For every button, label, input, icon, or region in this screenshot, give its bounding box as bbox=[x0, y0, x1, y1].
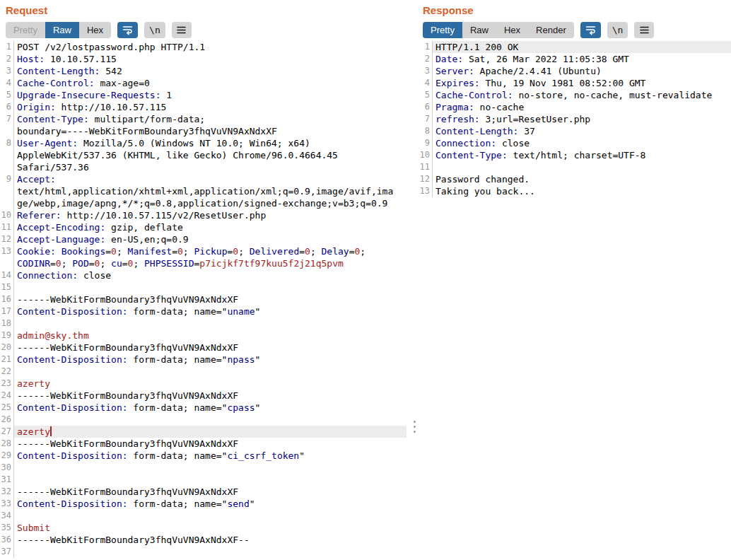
code-line[interactable]: 14Connection: close bbox=[0, 269, 407, 281]
word-wrap-toggle-button[interactable] bbox=[580, 22, 601, 38]
response-editor[interactable]: 1HTTP/1.1 200 OK2Date: Sat, 26 Mar 2022 … bbox=[417, 41, 731, 560]
code-line[interactable]: 32------WebKitFormBoundary3fhqVuVN9AxNdx… bbox=[0, 486, 407, 498]
line-number: 6 bbox=[417, 101, 433, 113]
line-number: 16 bbox=[0, 293, 14, 305]
line-number bbox=[0, 161, 14, 173]
editor-menu-button[interactable] bbox=[172, 22, 192, 38]
code-line[interactable]: ge/webp,image/apng,*/*;q=0.8,application… bbox=[0, 197, 407, 209]
line-text: Accept-Language: en-US,en;q=0.9 bbox=[14, 233, 407, 245]
code-line[interactable]: 29Content-Disposition: form-data; name="… bbox=[0, 450, 407, 462]
line-number: 8 bbox=[0, 137, 14, 149]
panel-splitter-handle[interactable] bbox=[412, 419, 417, 434]
code-line[interactable]: 35Submit bbox=[0, 522, 407, 534]
code-line[interactable]: 15 bbox=[0, 281, 407, 293]
code-line[interactable]: AppleWebKit/537.36 (KHTML, like Gecko) C… bbox=[0, 149, 407, 161]
code-line[interactable]: 2Host: 10.10.57.115 bbox=[0, 53, 407, 65]
code-line[interactable]: 4Expires: Thu, 19 Nov 1981 08:52:00 GMT bbox=[417, 77, 731, 89]
code-line[interactable]: 9Accept: bbox=[0, 173, 407, 185]
code-line[interactable]: 8User-Agent: Mozilla/5.0 (Windows NT 10.… bbox=[0, 137, 407, 149]
line-number: 2 bbox=[0, 53, 14, 65]
code-line[interactable]: 2Date: Sat, 26 Mar 2022 11:05:38 GMT bbox=[417, 53, 731, 65]
line-text: Accept-Encoding: gzip, deflate bbox=[14, 221, 407, 233]
code-line[interactable]: 4Cache-Control: max-age=0 bbox=[0, 77, 407, 89]
code-line[interactable]: 13Taking you back... bbox=[417, 185, 731, 197]
code-line[interactable]: 7Content-Type: multipart/form-data; bbox=[0, 113, 407, 125]
code-line[interactable]: 5Cache-Control: no-store, no-cache, must… bbox=[417, 89, 731, 101]
line-number: 9 bbox=[417, 137, 433, 149]
code-line[interactable]: 1HTTP/1.1 200 OK bbox=[417, 41, 731, 53]
view-tab-hex[interactable]: Hex bbox=[496, 22, 528, 38]
code-line[interactable]: 20------WebKitFormBoundary3fhqVuVN9AxNdx… bbox=[0, 342, 407, 354]
code-line[interactable]: 28------WebKitFormBoundary3fhqVuVN9AxNdx… bbox=[0, 438, 407, 450]
code-line[interactable]: 25Content-Disposition: form-data; name="… bbox=[0, 402, 407, 414]
code-line[interactable]: 23azerty bbox=[0, 378, 407, 390]
view-tab-hex[interactable]: Hex bbox=[79, 22, 111, 38]
code-line[interactable]: 1POST /v2/lostpassword.php HTTP/1.1 bbox=[0, 41, 407, 53]
code-line[interactable]: text/html,application/xhtml+xml,applicat… bbox=[0, 185, 407, 197]
code-line[interactable]: 30 bbox=[0, 462, 407, 474]
code-line[interactable]: boundary=----WebKitFormBoundary3fhqVuVN9… bbox=[0, 125, 407, 137]
line-text: Cookie: Bookings=0; Manifest=0; Pickup=0… bbox=[14, 245, 407, 257]
code-line[interactable]: 11Accept-Encoding: gzip, deflate bbox=[0, 221, 407, 233]
request-editor[interactable]: 1POST /v2/lostpassword.php HTTP/1.12Host… bbox=[0, 41, 407, 560]
code-line[interactable]: CODINR=0; POD=0; cu=0; PHPSESSID=p7icjkf… bbox=[0, 257, 407, 269]
line-text: ------WebKitFormBoundary3fhqVuVN9AxNdxXF bbox=[14, 390, 407, 402]
code-line[interactable]: 37 bbox=[0, 546, 407, 558]
line-text: ------WebKitFormBoundary3fhqVuVN9AxNdxXF… bbox=[14, 534, 407, 546]
line-text: Content-Type: text/html; charset=UTF-8 bbox=[433, 149, 731, 161]
line-text: POST /v2/lostpassword.php HTTP/1.1 bbox=[14, 41, 407, 53]
code-line[interactable]: 33Content-Disposition: form-data; name="… bbox=[0, 498, 407, 510]
code-line[interactable]: Safari/537.36 bbox=[0, 161, 407, 173]
code-line[interactable]: 36------WebKitFormBoundary3fhqVuVN9AxNdx… bbox=[0, 534, 407, 546]
code-line[interactable]: 34 bbox=[0, 510, 407, 522]
hamburger-menu-icon bbox=[177, 26, 186, 34]
code-line[interactable]: 16------WebKitFormBoundary3fhqVuVN9AxNdx… bbox=[0, 293, 407, 305]
code-line[interactable]: 6Origin: http://10.10.57.115 bbox=[0, 101, 407, 113]
code-line[interactable]: 26 bbox=[0, 414, 407, 426]
code-line[interactable]: 7refresh: 3;url=ResetUser.php bbox=[417, 113, 731, 125]
code-line[interactable]: 22 bbox=[0, 366, 407, 378]
code-line[interactable]: 24------WebKitFormBoundary3fhqVuVN9AxNdx… bbox=[0, 390, 407, 402]
code-line[interactable]: 12Accept-Language: en-US,en;q=0.9 bbox=[0, 233, 407, 245]
view-tab-render[interactable]: Render bbox=[528, 22, 574, 38]
code-line[interactable]: 6Pragma: no-cache bbox=[417, 101, 731, 113]
code-line[interactable]: 9Connection: close bbox=[417, 137, 731, 149]
line-number: 5 bbox=[417, 89, 433, 101]
code-line[interactable]: 18 bbox=[0, 317, 407, 329]
code-line[interactable]: 31 bbox=[0, 474, 407, 486]
code-line[interactable]: 27azerty bbox=[0, 426, 407, 438]
code-line[interactable]: 19admin@sky.thm bbox=[0, 329, 407, 342]
editor-menu-button[interactable] bbox=[634, 22, 654, 38]
line-text: CODINR=0; POD=0; cu=0; PHPSESSID=p7icjkf… bbox=[14, 257, 407, 269]
code-line[interactable]: 3Server: Apache/2.4.41 (Ubuntu) bbox=[417, 65, 731, 77]
code-line[interactable]: 17Content-Disposition: form-data; name="… bbox=[0, 305, 407, 317]
code-line[interactable]: 12Password changed. bbox=[417, 173, 731, 185]
code-line[interactable]: 21Content-Disposition: form-data; name="… bbox=[0, 354, 407, 366]
view-tab-raw[interactable]: Raw bbox=[45, 22, 79, 38]
code-line[interactable]: 11 bbox=[417, 161, 731, 173]
code-line[interactable]: 3Content-Length: 542 bbox=[0, 65, 407, 77]
show-newlines-toggle-button[interactable]: \n bbox=[607, 22, 628, 38]
code-line[interactable]: 5Upgrade-Insecure-Requests: 1 bbox=[0, 89, 407, 101]
view-tab-pretty[interactable]: Pretty bbox=[6, 22, 45, 38]
response-panel: Response PrettyRawHexRender\n 1HTTP/1.1 … bbox=[417, 0, 731, 560]
request-panel: Request PrettyRawHex\n 1POST /v2/lostpas… bbox=[0, 0, 407, 560]
word-wrap-toggle-button[interactable] bbox=[117, 22, 138, 38]
line-text: Content-Length: 37 bbox=[433, 125, 731, 137]
line-text: Connection: close bbox=[433, 137, 731, 149]
code-line[interactable]: 10Content-Type: text/html; charset=UTF-8 bbox=[417, 149, 731, 161]
line-number: 3 bbox=[417, 65, 433, 77]
code-line[interactable]: 10Referer: http://10.10.57.115/v2/ResetU… bbox=[0, 209, 407, 221]
line-number: 7 bbox=[417, 113, 433, 125]
view-tab-pretty[interactable]: Pretty bbox=[423, 22, 462, 38]
line-number: 7 bbox=[0, 113, 14, 125]
line-text bbox=[14, 414, 407, 426]
code-line[interactable]: 8Content-Length: 37 bbox=[417, 125, 731, 137]
view-tab-raw[interactable]: Raw bbox=[462, 22, 496, 38]
show-newlines-toggle-button[interactable]: \n bbox=[144, 22, 165, 38]
line-number: 36 bbox=[0, 534, 14, 546]
word-wrap-icon bbox=[122, 25, 133, 35]
line-number: 21 bbox=[0, 354, 14, 366]
code-line[interactable]: 13Cookie: Bookings=0; Manifest=0; Pickup… bbox=[0, 245, 407, 257]
line-number: 29 bbox=[0, 450, 14, 462]
